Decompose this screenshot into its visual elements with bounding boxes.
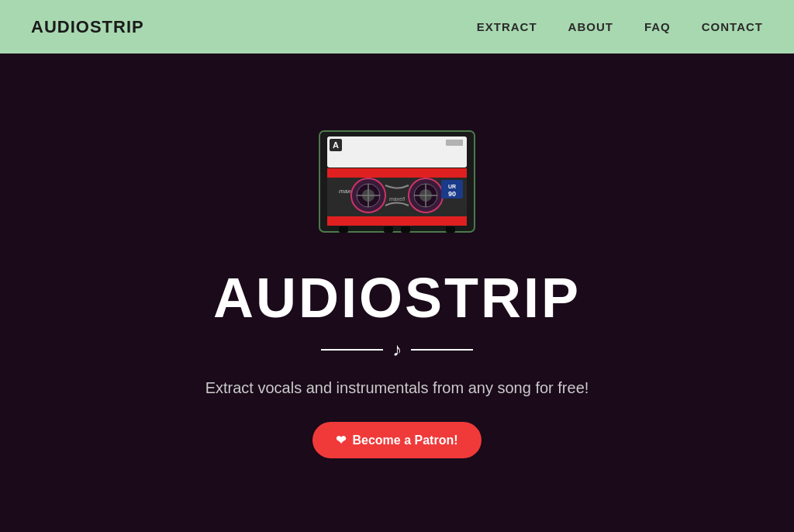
subtitle-text: Extract vocals and instrumentals from an… bbox=[205, 379, 589, 397]
nav-link-faq[interactable]: FAQ bbox=[644, 20, 671, 33]
patron-button[interactable]: ❤ Become a Patron! bbox=[312, 422, 481, 458]
svg-rect-30 bbox=[339, 226, 348, 233]
svg-rect-31 bbox=[384, 226, 393, 233]
svg-text:maxell: maxell bbox=[389, 196, 406, 202]
nav-link-contact[interactable]: CONTACT bbox=[702, 20, 763, 33]
cassette-image: A maxell maxell bbox=[316, 127, 478, 243]
svg-text:A: A bbox=[333, 140, 339, 150]
svg-rect-5 bbox=[327, 168, 467, 178]
svg-rect-33 bbox=[446, 226, 455, 233]
nav-link-extract[interactable]: EXTRACT bbox=[477, 20, 537, 33]
patreon-icon: ❤ bbox=[336, 433, 346, 447]
divider-line-left bbox=[321, 349, 383, 351]
svg-text:UR: UR bbox=[448, 184, 456, 189]
divider-line-right bbox=[411, 349, 473, 351]
patron-button-label: Become a Patron! bbox=[352, 434, 457, 447]
logo: AUDIOSTRIP bbox=[31, 17, 144, 37]
navigation: EXTRACT ABOUT FAQ CONTACT bbox=[477, 20, 763, 33]
svg-rect-32 bbox=[401, 226, 410, 233]
header: AUDIOSTRIP EXTRACT ABOUT FAQ CONTACT bbox=[0, 0, 794, 54]
svg-text:90: 90 bbox=[448, 190, 456, 198]
main-content: A maxell maxell bbox=[0, 54, 794, 532]
svg-rect-4 bbox=[446, 140, 463, 146]
page-title: AUDIOSTRIP bbox=[213, 266, 581, 330]
nav-link-about[interactable]: ABOUT bbox=[568, 20, 613, 33]
title-divider: ♪ bbox=[321, 339, 473, 361]
svg-rect-28 bbox=[327, 216, 467, 226]
music-note-icon: ♪ bbox=[392, 339, 402, 361]
